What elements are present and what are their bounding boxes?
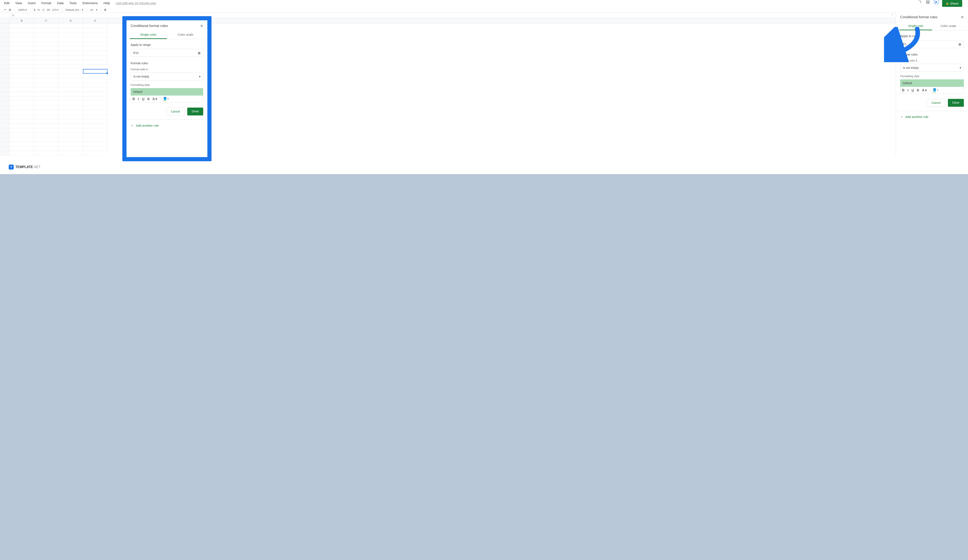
col-header[interactable]: B bbox=[10, 18, 34, 23]
menu-edit[interactable]: Edit bbox=[4, 1, 10, 5]
font-size-select[interactable]: 10 ▾ bbox=[90, 8, 98, 12]
number-format-button[interactable]: 123 ▾ bbox=[52, 8, 59, 12]
popup-italic-icon[interactable]: I bbox=[138, 97, 139, 101]
fill-color-icon[interactable]: 🪣 ▾ bbox=[933, 88, 938, 93]
popup-close-icon[interactable]: ✕ bbox=[200, 24, 203, 28]
style-toolbar: B I U S A ▾ 🪣 ▾ bbox=[900, 87, 964, 94]
chevron-down-icon: ▾ bbox=[960, 66, 961, 69]
style-preview: Default bbox=[900, 79, 964, 87]
highlighted-popup: Conditional format rules ✕ Single color … bbox=[123, 16, 212, 161]
popup-format-cells-if-label: Format cells if... bbox=[131, 68, 203, 71]
popup-fill-color-icon[interactable]: 🪣 ▾ bbox=[163, 97, 169, 101]
bold-button[interactable]: B bbox=[104, 8, 106, 12]
zoom-select[interactable]: 100% ▾ bbox=[18, 8, 27, 12]
popup-bold-icon[interactable]: B bbox=[133, 97, 135, 101]
add-rule-button[interactable]: ＋ Add another rule bbox=[896, 111, 968, 122]
app-frame: Edit View Insert Format Data Tools Exten… bbox=[0, 0, 968, 174]
popup-tab-single-color[interactable]: Single color bbox=[130, 31, 167, 39]
popup-apply-range-label: Apply to range bbox=[131, 43, 203, 46]
decrease-decimal-button[interactable]: .0 bbox=[42, 8, 44, 12]
popup-text-color-icon[interactable]: A ▾ bbox=[152, 97, 157, 101]
selected-cell[interactable] bbox=[83, 69, 108, 74]
popup-select-range-icon[interactable]: ▦ bbox=[198, 51, 201, 55]
menu-help[interactable]: Help bbox=[103, 1, 110, 5]
close-icon[interactable]: ✕ bbox=[961, 15, 964, 20]
undo-icon[interactable]: ↶ bbox=[4, 8, 7, 12]
popup-title: Conditional format rules bbox=[131, 24, 168, 28]
select-range-icon[interactable]: ▦ bbox=[958, 43, 961, 46]
name-box[interactable] bbox=[0, 15, 10, 16]
popup-range-input[interactable]: E10 ▦ bbox=[131, 49, 203, 57]
print-icon[interactable]: 🖶 bbox=[8, 8, 11, 12]
plus-icon: ＋ bbox=[131, 124, 134, 127]
menu-extensions[interactable]: Extensions bbox=[83, 1, 98, 5]
popup-tab-color-scale[interactable]: Color scale bbox=[167, 31, 204, 39]
last-edit-link[interactable]: Last edit was 24 minutes ago bbox=[116, 1, 156, 5]
popup-style-toolbar: B I U S A ▾ 🪣 ▾ bbox=[131, 96, 203, 102]
italic-icon[interactable]: I bbox=[907, 89, 909, 92]
popup-format-condition-select[interactable]: Is not empty▾ bbox=[131, 73, 203, 81]
comments-icon[interactable]: ▤ bbox=[926, 0, 930, 4]
watermark-icon: T bbox=[9, 165, 14, 170]
formatting-style-label: Formatting style bbox=[900, 74, 964, 78]
text-color-icon[interactable]: A ▾ bbox=[922, 88, 927, 92]
menu-view[interactable]: View bbox=[15, 1, 22, 5]
underline-icon[interactable]: U bbox=[912, 89, 914, 92]
increase-decimal-button[interactable]: .00 bbox=[46, 8, 50, 12]
popup-strikethrough-icon[interactable]: S bbox=[147, 97, 149, 101]
cancel-button[interactable]: Cancel bbox=[927, 99, 945, 107]
col-header[interactable]: D bbox=[58, 18, 83, 23]
popup-formatting-style-label: Formatting style bbox=[131, 83, 203, 86]
col-header[interactable]: E bbox=[83, 18, 108, 23]
plus-icon: ＋ bbox=[900, 115, 903, 119]
menu-data[interactable]: Data bbox=[57, 1, 64, 5]
watermark: T TEMPLATE.NET bbox=[9, 165, 40, 170]
annotation-arrow bbox=[884, 27, 923, 62]
insights-icon[interactable]: 〽 bbox=[918, 0, 922, 4]
col-header[interactable]: C bbox=[34, 18, 58, 23]
popup-cancel-button[interactable]: Cancel bbox=[166, 107, 185, 116]
present-icon[interactable]: ▸ bbox=[934, 0, 939, 4]
popup-format-rules-label: Format rules bbox=[131, 61, 203, 65]
chevron-down-icon: ▾ bbox=[199, 75, 201, 78]
header-icons: 〽 ▤ ▸ bbox=[918, 0, 939, 4]
currency-button[interactable]: $ bbox=[34, 8, 35, 12]
strikethrough-icon[interactable]: S bbox=[917, 89, 919, 92]
bold-icon[interactable]: B bbox=[902, 89, 905, 92]
percent-button[interactable]: % bbox=[37, 8, 40, 12]
toolbar: ↶ 🖶 100% ▾ $ % .0 .00 123 ▾ Default (Ari… bbox=[0, 7, 968, 13]
select-all-cell[interactable] bbox=[0, 18, 10, 23]
tab-color-scale[interactable]: Color scale bbox=[932, 22, 965, 30]
popup-style-preview: Default bbox=[131, 88, 203, 96]
popup-underline-icon[interactable]: U bbox=[142, 97, 144, 101]
menu-tools[interactable]: Tools bbox=[70, 1, 77, 5]
menu-format[interactable]: Format bbox=[41, 1, 51, 5]
panel-title: Conditional format rules bbox=[900, 15, 938, 19]
font-select[interactable]: Default (Ari... ▾ bbox=[66, 8, 83, 12]
format-condition-select[interactable]: Is not empty▾ bbox=[900, 64, 964, 72]
popup-add-rule-button[interactable]: ＋ Add another rule bbox=[126, 120, 207, 131]
done-button[interactable]: Done bbox=[948, 99, 964, 107]
popup-done-button[interactable]: Done bbox=[187, 107, 203, 116]
share-button[interactable]: Share bbox=[942, 0, 962, 7]
fx-label: fx bbox=[10, 13, 17, 18]
collapse-toolbar-icon[interactable]: ⌃ bbox=[892, 14, 894, 17]
menubar: Edit View Insert Format Data Tools Exten… bbox=[0, 0, 968, 7]
menu-insert[interactable]: Insert bbox=[28, 1, 36, 5]
